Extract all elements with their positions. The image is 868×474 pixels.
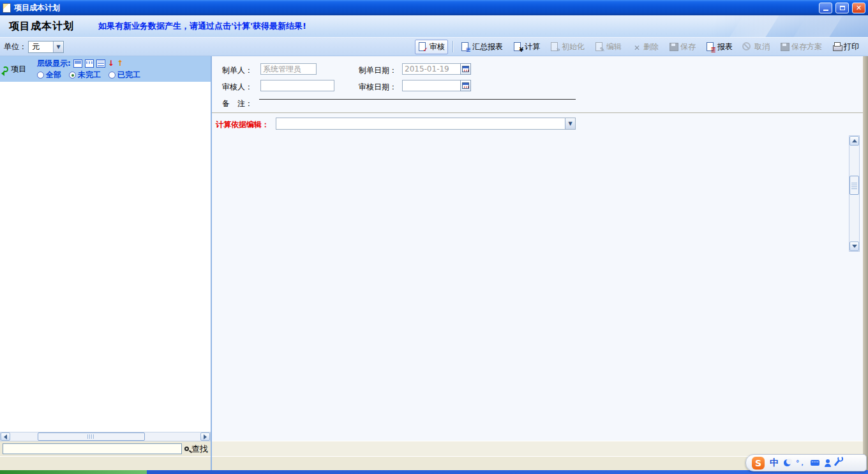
unit-label: 单位： [4,42,27,52]
toolbar-button-print[interactable]: 打印 [829,40,862,54]
toolbar-button-delete: 删除 [629,40,662,54]
scroll-down-button[interactable] [849,241,859,251]
process-grid-scrollbar[interactable] [849,135,860,252]
form-separator [212,112,863,113]
toolbar-button-calculate[interactable]: 计算 [510,40,543,54]
sidebar-tabs [0,456,211,470]
remark-input[interactable] [259,89,576,100]
audit-icon [418,42,427,51]
arrow-down-icon [852,245,857,248]
chevron-down-icon[interactable]: ▼ [565,118,575,129]
scroll-left-button[interactable] [1,432,10,441]
main-panel: 制单人： 制单日期： 审核人： 审核日期： 备 注： 计算依据编辑： ▼ [212,56,863,470]
unit-selector: 单位： 元 ▼ [4,41,64,53]
toolbar-button-label: 审核 [430,42,445,52]
toolbar-button-label: 报表 [717,42,733,52]
chevron-down-icon[interactable]: ▼ [53,42,63,52]
radio-icon [108,72,116,79]
search-input[interactable] [3,443,182,454]
window-edge [863,56,868,470]
start-button-edge[interactable] [0,470,147,474]
find-button[interactable]: 查找 [184,443,208,455]
arrow-left-icon [4,434,7,440]
find-button-label: 查找 [191,443,208,455]
moon-mode-icon[interactable] [784,459,791,466]
project-sidebar: 项目 层级显示: ↓ ↑ 全部未完工已完工 查找 [0,56,211,470]
tree-horizontal-scrollbar[interactable] [0,432,211,441]
save-plan-icon [780,42,789,51]
status-radio[interactable]: 已完工 [108,70,140,80]
toolbar-button-label: 保存方案 [791,42,822,52]
toolbar-button-label: 初始化 [562,42,585,52]
scrollbar-thumb[interactable] [38,432,145,441]
calc-basis-combobox[interactable]: ▼ [276,118,576,130]
window-titlebar: 项目成本计划 ✕ [0,0,868,15]
header-decoration [728,15,782,37]
calc-basis-label: 计算依据编辑： [216,119,269,130]
status-radio[interactable]: 未完工 [69,70,101,80]
sidebar-title-area: 项目 [3,57,37,80]
close-button[interactable]: ✕ [852,3,865,13]
level-display-label: 层级显示: [37,58,71,69]
print-icon [832,42,841,51]
sort-descending-icon[interactable]: ↓ [108,59,114,67]
make-date-field[interactable] [402,63,461,75]
tree-search-row: 查找 [0,441,211,456]
app-window: { "window": {"title": "项目成本计划"}, "header… [0,0,868,474]
sogou-logo-icon[interactable]: S [752,457,765,470]
calendar-icon [462,66,469,72]
toolbar-button-cancel: 取消 [740,40,773,54]
restore-button[interactable] [835,3,849,13]
restore-icon [840,6,845,10]
toolbar-button-initialize: 初始化 [547,40,588,54]
minimize-button[interactable] [819,3,832,13]
toolbar-button-audit[interactable]: 审核 [415,40,448,54]
summary-report-icon [461,42,470,51]
toolbar-button-label: 编辑 [606,42,622,52]
radio-label: 全部 [46,70,61,80]
ime-toolbar: S 中 °， [745,454,867,471]
toolbar-button-label: 取消 [754,42,770,52]
view-mode-icon[interactable] [73,59,82,68]
sidebar-controls: 层级显示: ↓ ↑ 全部未完工已完工 [37,57,209,80]
project-tree [0,82,211,432]
maker-field[interactable] [260,63,317,75]
view-detail-icon[interactable] [85,59,94,68]
header-decoration [791,15,846,37]
refresh-icon[interactable] [3,66,8,72]
ime-language-toggle[interactable]: 中 [770,457,779,469]
calculate-icon [513,42,522,51]
app-icon [3,3,11,13]
toolbar-button-save: 保存 [666,40,699,54]
notice-text: 如果有新业务数据产生，请通过点击'计算'获得最新结果! [98,20,306,32]
make-date-picker-button[interactable] [460,63,471,75]
view-list-icon[interactable] [96,59,105,68]
radio-icon [69,72,76,79]
toolbar-button-report[interactable]: 报表 [703,40,736,54]
status-radio[interactable]: 全部 [37,70,61,80]
initialize-icon [550,42,559,51]
scroll-right-button[interactable] [200,432,210,441]
sort-ascending-icon[interactable]: ↑ [117,59,123,67]
keyboard-icon[interactable] [811,460,819,466]
cancel-icon [743,42,752,51]
radio-label: 未完工 [78,70,101,80]
toolbar: 单位： 元 ▼ 审核汇总报表计算初始化编辑删除保存报表取消保存方案打印 [0,37,868,56]
arrow-right-icon [204,434,207,440]
unit-combobox[interactable]: 元 ▼ [28,41,64,53]
toolbar-buttons: 审核汇总报表计算初始化编辑删除保存报表取消保存方案打印 [413,40,864,54]
toolbar-button-summary-report[interactable]: 汇总报表 [458,40,506,54]
maker-label: 制单人： [222,65,253,76]
toolbar-button-edit: 编辑 [592,40,625,54]
scroll-up-button[interactable] [849,136,859,146]
punctuation-toggle-icon[interactable]: °， [796,458,805,468]
toolbar-button-save-plan: 保存方案 [777,40,825,54]
scrollbar-thumb[interactable] [849,176,859,195]
minimize-icon [823,10,828,11]
edit-icon [595,42,604,51]
settings-wrench-icon[interactable] [834,459,839,466]
toolbar-separator [453,41,453,52]
user-icon[interactable] [825,464,831,467]
make-date-label: 制单日期： [359,65,397,76]
delete-icon [632,42,641,51]
